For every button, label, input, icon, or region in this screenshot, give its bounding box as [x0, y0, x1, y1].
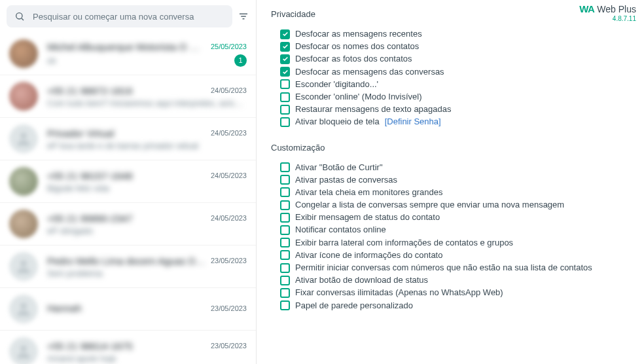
svg-point-0 [16, 13, 22, 19]
svg-point-5 [20, 133, 26, 139]
avatar [9, 167, 38, 196]
search-row [0, 0, 256, 33]
chat-body: Michel Albuquerque Motorista O Globo25/0… [47, 41, 247, 67]
option-label: Notificar contatos online [295, 224, 386, 236]
checkbox[interactable] [280, 250, 290, 260]
chat-item[interactable]: +55 21 98872-181624/05/2023Com tudo bem?… [0, 75, 256, 118]
checkbox[interactable] [280, 162, 290, 172]
option-link[interactable]: [Definir Senha] [385, 116, 441, 128]
avatar [9, 252, 38, 281]
option-label: Ativar "Botão de Curtir" [295, 162, 383, 173]
privacy-option: Esconder 'digitando...' [280, 79, 630, 90]
checkbox[interactable] [280, 29, 290, 39]
chat-item[interactable]: +55 21 98157-164824/05/2023Bigode feliz … [0, 160, 256, 203]
checkbox[interactable] [280, 79, 290, 89]
option-label: Desfocar as fotos dos contatos [295, 53, 412, 65]
chat-date: 23/05/2023 [211, 304, 247, 312]
chat-item[interactable]: Michel Albuquerque Motorista O Globo25/0… [0, 33, 256, 75]
checkbox[interactable] [280, 105, 290, 115]
checkbox[interactable] [280, 263, 290, 273]
avatar [9, 337, 38, 364]
chat-date: 23/05/2023 [211, 342, 247, 350]
checkbox[interactable] [280, 67, 290, 77]
custom-option: Ativar botão de download de status [280, 274, 630, 286]
settings-panel: WA Web Plus 4.8.7.11 Privacidade Desfoca… [257, 0, 644, 364]
option-label: Congelar a lista de conversas sempre que… [295, 199, 564, 211]
brand-version: 4.8.7.11 [579, 15, 636, 22]
checkbox[interactable] [280, 92, 290, 102]
svg-line-1 [22, 18, 24, 20]
chat-body: Hannah23/05/2023 [47, 302, 247, 316]
privacy-option: Restaurar mensagens de texto apagadas [280, 103, 630, 115]
checkbox[interactable] [280, 187, 290, 197]
chat-date: 24/05/2023 [211, 129, 247, 137]
privacy-option: Desfocar as mensagens recentes [280, 28, 630, 40]
option-label: Ativar tela cheia em monitores grandes [295, 187, 442, 198]
chat-item[interactable]: +55 21 99890-234724/05/2023eP obrigado [0, 203, 256, 246]
custom-option: Notificar contatos online [280, 224, 630, 236]
custom-option: Fixar conversas ilimitadas (Apenas no Wh… [280, 287, 630, 299]
option-label: Ativar pastas de conversas [295, 174, 397, 186]
chat-date: 24/05/2023 [211, 214, 247, 222]
custom-option: Exibir mensagem de status do contato [280, 211, 630, 223]
chat-item[interactable]: Hannah23/05/2023 [0, 288, 256, 331]
checkbox[interactable] [280, 213, 290, 223]
svg-point-8 [20, 346, 26, 352]
privacy-option: Desfocar as mensagens das conversas [280, 66, 630, 78]
chat-message: Amand apoIe hoje [47, 354, 116, 363]
chat-date: 23/05/2023 [211, 257, 247, 264]
chat-date: 25/05/2023 [211, 43, 247, 50]
chat-item[interactable]: +55 21 98614-167523/05/2023Amand apoIe h… [0, 331, 256, 364]
brand: WA Web Plus 4.8.7.11 [579, 4, 636, 22]
chat-message: eP obrigado [47, 226, 93, 236]
privacy-option: Esconder 'online' (Modo Invisível) [280, 91, 630, 103]
chat-body: +55 21 99890-234724/05/2023eP obrigado [47, 213, 247, 236]
custom-option: Ativar "Botão de Curtir" [280, 162, 630, 173]
chat-body: +55 21 98614-167523/05/2023Amand apoIe h… [47, 340, 247, 363]
privacy-option: Ativar bloqueio de tela [Definir Senha] [280, 116, 630, 128]
chat-item[interactable]: Pedro Mello Lima docem Aguas Do Rio23/05… [0, 246, 256, 288]
option-label: Desfocar os nomes dos contatos [295, 41, 419, 52]
custom-option: Ativar ícone de informações do contato [280, 249, 630, 261]
brand-name: Web Plus [597, 5, 636, 14]
chat-message: Sem problema [47, 268, 103, 278]
svg-point-7 [20, 303, 26, 309]
checkbox[interactable] [280, 117, 290, 127]
chat-name: Privador Virtual [47, 128, 114, 139]
chat-sidebar: Michel Albuquerque Motorista O Globo25/0… [0, 0, 257, 364]
custom-option: Ativar tela cheia em monitores grandes [280, 187, 630, 198]
custom-option: Permitir iniciar conversas com números q… [280, 262, 630, 274]
chat-message: eP boa tarde e de barras privador witual [47, 141, 198, 151]
checkbox[interactable] [280, 200, 290, 210]
option-label: Restaurar mensagens de texto apagadas [295, 103, 452, 115]
chat-message: ok [47, 56, 56, 65]
chat-date: 24/05/2023 [211, 172, 247, 179]
custom-title: Customização [271, 143, 630, 153]
checkbox[interactable] [280, 225, 290, 235]
option-label: Esconder 'digitando...' [295, 79, 378, 90]
checkbox[interactable] [280, 175, 290, 185]
search-input[interactable] [33, 12, 224, 22]
chat-name: Hannah [47, 302, 82, 314]
checkbox[interactable] [280, 238, 290, 247]
privacy-title: Privacidade [271, 9, 630, 19]
checkbox[interactable] [280, 288, 290, 298]
chat-name: +55 21 98614-1675 [47, 340, 133, 352]
checkbox[interactable] [280, 300, 290, 310]
custom-option: Papel de parede personalizado [280, 300, 630, 312]
option-label: Esconder 'online' (Modo Invisível) [295, 91, 422, 103]
checkbox[interactable] [280, 42, 290, 52]
avatar [9, 124, 38, 153]
custom-option: Ativar pastas de conversas [280, 174, 630, 186]
privacy-option: Desfocar os nomes dos contatos [280, 41, 630, 52]
chat-body: Pedro Mello Lima docem Aguas Do Rio23/05… [47, 255, 247, 278]
search-box[interactable] [7, 5, 232, 27]
checkbox[interactable] [280, 54, 290, 64]
checkbox[interactable] [280, 276, 290, 285]
chat-name: Pedro Mello Lima docem Aguas Do Rio [47, 255, 206, 266]
option-label: Ativar ícone de informações do contato [295, 249, 442, 261]
filter-icon[interactable] [238, 10, 249, 22]
chat-item[interactable]: Privador Virtual24/05/2023eP boa tarde e… [0, 118, 256, 160]
unread-badge: 1 [234, 54, 247, 67]
option-label: Papel de parede personalizado [295, 300, 413, 312]
